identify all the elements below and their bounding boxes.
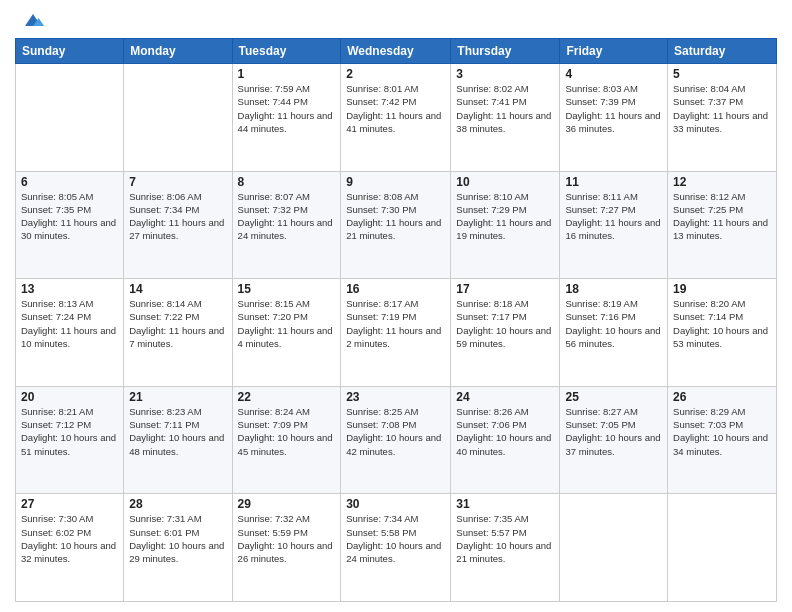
weekday-header-row: SundayMondayTuesdayWednesdayThursdayFrid… [16, 39, 777, 64]
calendar-cell: 20Sunrise: 8:21 AM Sunset: 7:12 PM Dayli… [16, 386, 124, 494]
calendar-cell: 19Sunrise: 8:20 AM Sunset: 7:14 PM Dayli… [668, 279, 777, 387]
calendar-cell: 10Sunrise: 8:10 AM Sunset: 7:29 PM Dayli… [451, 171, 560, 279]
day-info: Sunrise: 8:21 AM Sunset: 7:12 PM Dayligh… [21, 405, 118, 458]
week-row-4: 20Sunrise: 8:21 AM Sunset: 7:12 PM Dayli… [16, 386, 777, 494]
calendar-body: 1Sunrise: 7:59 AM Sunset: 7:44 PM Daylig… [16, 64, 777, 602]
calendar-cell: 11Sunrise: 8:11 AM Sunset: 7:27 PM Dayli… [560, 171, 668, 279]
day-number: 9 [346, 175, 445, 189]
calendar-cell: 27Sunrise: 7:30 AM Sunset: 6:02 PM Dayli… [16, 494, 124, 602]
day-info: Sunrise: 7:59 AM Sunset: 7:44 PM Dayligh… [238, 82, 336, 135]
day-number: 17 [456, 282, 554, 296]
day-info: Sunrise: 8:03 AM Sunset: 7:39 PM Dayligh… [565, 82, 662, 135]
week-row-2: 6Sunrise: 8:05 AM Sunset: 7:35 PM Daylig… [16, 171, 777, 279]
day-number: 1 [238, 67, 336, 81]
calendar-cell: 14Sunrise: 8:14 AM Sunset: 7:22 PM Dayli… [124, 279, 232, 387]
day-info: Sunrise: 8:23 AM Sunset: 7:11 PM Dayligh… [129, 405, 226, 458]
day-info: Sunrise: 8:08 AM Sunset: 7:30 PM Dayligh… [346, 190, 445, 243]
day-info: Sunrise: 8:07 AM Sunset: 7:32 PM Dayligh… [238, 190, 336, 243]
day-info: Sunrise: 8:19 AM Sunset: 7:16 PM Dayligh… [565, 297, 662, 350]
day-number: 12 [673, 175, 771, 189]
calendar-cell: 9Sunrise: 8:08 AM Sunset: 7:30 PM Daylig… [341, 171, 451, 279]
day-number: 7 [129, 175, 226, 189]
day-number: 15 [238, 282, 336, 296]
weekday-tuesday: Tuesday [232, 39, 341, 64]
day-info: Sunrise: 8:04 AM Sunset: 7:37 PM Dayligh… [673, 82, 771, 135]
calendar-cell [16, 64, 124, 172]
day-number: 10 [456, 175, 554, 189]
calendar-cell: 23Sunrise: 8:25 AM Sunset: 7:08 PM Dayli… [341, 386, 451, 494]
day-info: Sunrise: 8:10 AM Sunset: 7:29 PM Dayligh… [456, 190, 554, 243]
day-info: Sunrise: 8:18 AM Sunset: 7:17 PM Dayligh… [456, 297, 554, 350]
day-number: 24 [456, 390, 554, 404]
day-number: 21 [129, 390, 226, 404]
calendar-cell: 13Sunrise: 8:13 AM Sunset: 7:24 PM Dayli… [16, 279, 124, 387]
day-info: Sunrise: 7:35 AM Sunset: 5:57 PM Dayligh… [456, 512, 554, 565]
calendar-cell: 4Sunrise: 8:03 AM Sunset: 7:39 PM Daylig… [560, 64, 668, 172]
day-info: Sunrise: 8:29 AM Sunset: 7:03 PM Dayligh… [673, 405, 771, 458]
day-number: 20 [21, 390, 118, 404]
header [15, 10, 777, 30]
day-number: 28 [129, 497, 226, 511]
day-info: Sunrise: 8:06 AM Sunset: 7:34 PM Dayligh… [129, 190, 226, 243]
day-number: 16 [346, 282, 445, 296]
calendar-cell: 12Sunrise: 8:12 AM Sunset: 7:25 PM Dayli… [668, 171, 777, 279]
calendar-cell: 31Sunrise: 7:35 AM Sunset: 5:57 PM Dayli… [451, 494, 560, 602]
calendar-cell [560, 494, 668, 602]
calendar-cell: 25Sunrise: 8:27 AM Sunset: 7:05 PM Dayli… [560, 386, 668, 494]
calendar-cell: 28Sunrise: 7:31 AM Sunset: 6:01 PM Dayli… [124, 494, 232, 602]
calendar-cell: 22Sunrise: 8:24 AM Sunset: 7:09 PM Dayli… [232, 386, 341, 494]
day-number: 30 [346, 497, 445, 511]
calendar-cell: 5Sunrise: 8:04 AM Sunset: 7:37 PM Daylig… [668, 64, 777, 172]
page: SundayMondayTuesdayWednesdayThursdayFrid… [0, 0, 792, 612]
weekday-thursday: Thursday [451, 39, 560, 64]
calendar-cell: 2Sunrise: 8:01 AM Sunset: 7:42 PM Daylig… [341, 64, 451, 172]
day-info: Sunrise: 7:32 AM Sunset: 5:59 PM Dayligh… [238, 512, 336, 565]
day-number: 31 [456, 497, 554, 511]
calendar-cell: 26Sunrise: 8:29 AM Sunset: 7:03 PM Dayli… [668, 386, 777, 494]
day-number: 8 [238, 175, 336, 189]
day-info: Sunrise: 8:17 AM Sunset: 7:19 PM Dayligh… [346, 297, 445, 350]
day-number: 22 [238, 390, 336, 404]
logo [15, 10, 45, 30]
day-info: Sunrise: 8:20 AM Sunset: 7:14 PM Dayligh… [673, 297, 771, 350]
day-number: 14 [129, 282, 226, 296]
calendar-cell: 6Sunrise: 8:05 AM Sunset: 7:35 PM Daylig… [16, 171, 124, 279]
day-number: 4 [565, 67, 662, 81]
day-number: 13 [21, 282, 118, 296]
calendar-cell [124, 64, 232, 172]
calendar-cell: 29Sunrise: 7:32 AM Sunset: 5:59 PM Dayli… [232, 494, 341, 602]
day-number: 25 [565, 390, 662, 404]
weekday-saturday: Saturday [668, 39, 777, 64]
day-number: 11 [565, 175, 662, 189]
day-info: Sunrise: 8:11 AM Sunset: 7:27 PM Dayligh… [565, 190, 662, 243]
calendar-cell: 15Sunrise: 8:15 AM Sunset: 7:20 PM Dayli… [232, 279, 341, 387]
calendar-table: SundayMondayTuesdayWednesdayThursdayFrid… [15, 38, 777, 602]
calendar-cell: 21Sunrise: 8:23 AM Sunset: 7:11 PM Dayli… [124, 386, 232, 494]
calendar-cell: 16Sunrise: 8:17 AM Sunset: 7:19 PM Dayli… [341, 279, 451, 387]
calendar-cell [668, 494, 777, 602]
day-info: Sunrise: 8:02 AM Sunset: 7:41 PM Dayligh… [456, 82, 554, 135]
calendar-cell: 18Sunrise: 8:19 AM Sunset: 7:16 PM Dayli… [560, 279, 668, 387]
day-info: Sunrise: 8:13 AM Sunset: 7:24 PM Dayligh… [21, 297, 118, 350]
day-number: 23 [346, 390, 445, 404]
weekday-friday: Friday [560, 39, 668, 64]
day-info: Sunrise: 8:26 AM Sunset: 7:06 PM Dayligh… [456, 405, 554, 458]
day-number: 6 [21, 175, 118, 189]
day-info: Sunrise: 7:34 AM Sunset: 5:58 PM Dayligh… [346, 512, 445, 565]
day-info: Sunrise: 7:30 AM Sunset: 6:02 PM Dayligh… [21, 512, 118, 565]
day-number: 19 [673, 282, 771, 296]
calendar-cell: 8Sunrise: 8:07 AM Sunset: 7:32 PM Daylig… [232, 171, 341, 279]
day-number: 29 [238, 497, 336, 511]
weekday-monday: Monday [124, 39, 232, 64]
day-info: Sunrise: 8:24 AM Sunset: 7:09 PM Dayligh… [238, 405, 336, 458]
day-number: 27 [21, 497, 118, 511]
week-row-3: 13Sunrise: 8:13 AM Sunset: 7:24 PM Dayli… [16, 279, 777, 387]
logo-icon [21, 10, 45, 30]
day-info: Sunrise: 7:31 AM Sunset: 6:01 PM Dayligh… [129, 512, 226, 565]
day-info: Sunrise: 8:14 AM Sunset: 7:22 PM Dayligh… [129, 297, 226, 350]
week-row-5: 27Sunrise: 7:30 AM Sunset: 6:02 PM Dayli… [16, 494, 777, 602]
day-info: Sunrise: 8:25 AM Sunset: 7:08 PM Dayligh… [346, 405, 445, 458]
day-info: Sunrise: 8:12 AM Sunset: 7:25 PM Dayligh… [673, 190, 771, 243]
day-number: 26 [673, 390, 771, 404]
day-number: 18 [565, 282, 662, 296]
